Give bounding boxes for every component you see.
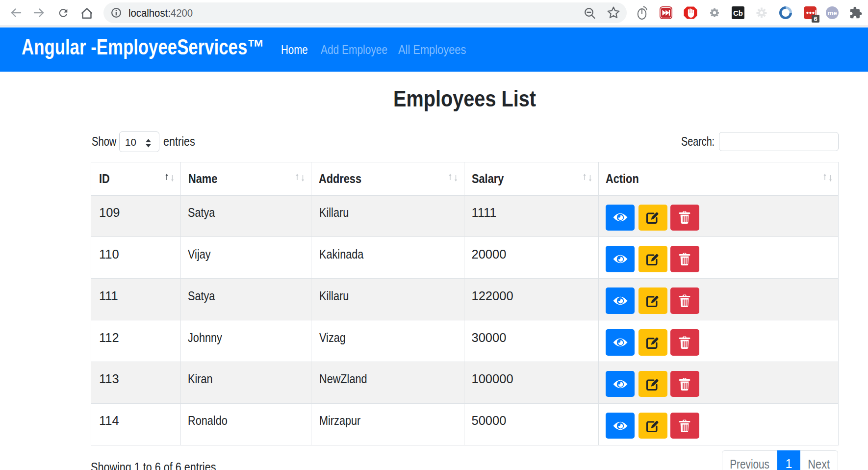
svg-text:6: 6 bbox=[814, 15, 817, 23]
svg-text:me: me bbox=[827, 9, 837, 17]
svg-text:Cb: Cb bbox=[733, 9, 743, 17]
